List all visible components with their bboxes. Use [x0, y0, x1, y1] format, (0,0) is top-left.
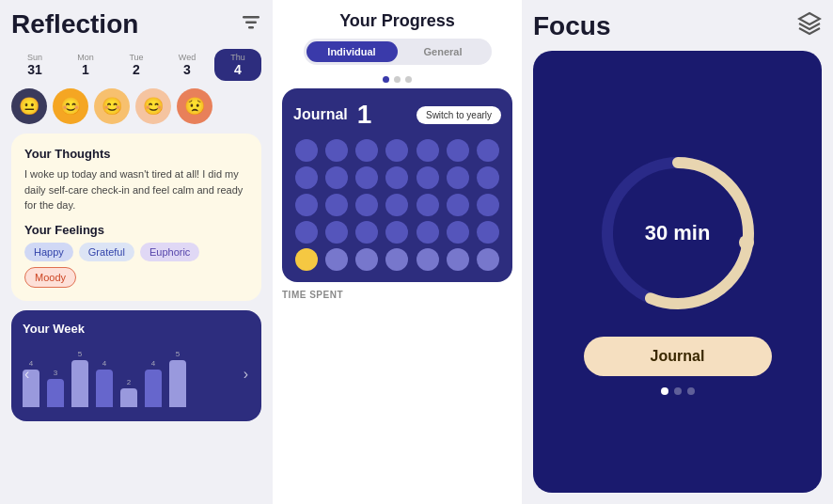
- thoughts-text: I woke up today and wasn't tired at all!…: [24, 166, 248, 213]
- cal-3-3: [385, 221, 408, 244]
- focus-dot-0: [661, 387, 668, 395]
- cal-2-4: [416, 194, 439, 216]
- day-wed-num: 3: [165, 62, 209, 77]
- day-mon-num: 1: [64, 62, 107, 77]
- toggle-row: Individual General: [304, 39, 492, 65]
- tag-euphoric[interactable]: Euphoric: [140, 243, 199, 261]
- svg-rect-1: [245, 21, 257, 24]
- focus-dot-1: [674, 387, 682, 395]
- left-panel: Reflection Sun 31 Mon 1 Tue 2 Wed 3: [0, 0, 273, 504]
- bar-rect-1: [47, 379, 64, 407]
- day-tue-num: 2: [115, 62, 158, 77]
- filter-icon[interactable]: [241, 14, 261, 36]
- journal-btn[interactable]: Journal: [584, 337, 772, 376]
- cal-3-4: [416, 221, 439, 244]
- cal-4-0: [295, 248, 318, 271]
- cal-4-6: [477, 248, 499, 271]
- day-mon[interactable]: Mon 1: [62, 49, 109, 81]
- focus-dot-2: [687, 387, 695, 395]
- toggle-general[interactable]: General: [398, 41, 489, 62]
- cal-1-1: [325, 166, 348, 189]
- cal-2-1: [325, 194, 348, 216]
- cal-2-3: [385, 194, 408, 216]
- bar-val-6: 5: [176, 350, 180, 358]
- cal-3-1: [325, 221, 348, 244]
- cal-0-2: [355, 139, 378, 162]
- calendar-grid: [293, 139, 501, 271]
- tag-happy[interactable]: Happy: [24, 243, 73, 261]
- tag-moody[interactable]: Moody: [24, 267, 76, 288]
- day-sun-num: 31: [13, 62, 56, 77]
- chart-prev-arrow[interactable]: ‹: [24, 366, 29, 383]
- thoughts-card: Your Thoughts I woke up today and wasn't…: [11, 134, 261, 301]
- chart-next-arrow[interactable]: ›: [244, 366, 248, 383]
- day-wed-label: Wed: [165, 53, 209, 62]
- switch-yearly-btn[interactable]: Switch to yearly: [416, 106, 501, 124]
- focus-card: 30 min Journal: [533, 51, 822, 493]
- day-thu[interactable]: Thu 4: [214, 49, 261, 81]
- cal-0-1: [325, 139, 348, 162]
- week-title: Your Week: [23, 322, 250, 336]
- cal-4-5: [447, 248, 469, 271]
- cal-2-5: [447, 194, 469, 216]
- journal-left: Journal 1: [293, 100, 371, 130]
- focus-title: Focus: [533, 11, 610, 41]
- dot-0: [383, 76, 389, 83]
- thoughts-title: Your Thoughts: [24, 147, 248, 161]
- days-row: Sun 31 Mon 1 Tue 2 Wed 3 Thu 4: [11, 49, 261, 81]
- time-spent-label: TIME SPENT: [273, 282, 522, 304]
- dot-1: [394, 76, 401, 83]
- journal-label: Journal: [293, 106, 348, 123]
- focus-dots: [661, 387, 695, 395]
- cal-3-2: [355, 221, 378, 244]
- day-thu-label: Thu: [216, 53, 259, 62]
- cal-3-0: [295, 221, 318, 244]
- chart-arrows: ‹ ›: [23, 366, 250, 383]
- layers-icon[interactable]: [797, 11, 822, 41]
- cal-2-0: [295, 194, 318, 216]
- cal-1-5: [447, 166, 469, 189]
- progress-title: Your Progress: [288, 11, 507, 31]
- day-thu-num: 4: [216, 62, 259, 77]
- cal-0-3: [385, 139, 408, 162]
- circle-container: 30 min: [593, 149, 762, 318]
- bar-rect-4: [120, 388, 137, 407]
- focus-header: Focus: [533, 11, 822, 41]
- journal-card: Journal 1 Switch to yearly: [282, 88, 512, 282]
- cal-2-6: [477, 194, 499, 216]
- day-wed[interactable]: Wed 3: [164, 49, 211, 81]
- left-header: Reflection: [11, 9, 261, 39]
- emoji-2: 😊: [94, 88, 130, 124]
- cal-4-1: [325, 248, 348, 271]
- cal-0-5: [447, 139, 469, 162]
- feelings-row: Happy Grateful Euphoric Moody: [24, 243, 248, 288]
- journal-header: Journal 1 Switch to yearly: [293, 100, 501, 130]
- day-tue[interactable]: Tue 2: [113, 49, 160, 81]
- day-tue-label: Tue: [115, 53, 158, 62]
- right-panel: Focus 30 min Journal: [522, 0, 833, 504]
- tag-grateful[interactable]: Grateful: [79, 243, 134, 261]
- cal-1-3: [385, 166, 408, 189]
- cal-3-6: [477, 221, 499, 244]
- cal-4-2: [355, 248, 378, 271]
- cal-1-0: [295, 166, 318, 189]
- cal-1-2: [355, 166, 378, 189]
- week-card: Your Week ‹ › 4 3 5 4: [11, 310, 261, 421]
- day-sun-label: Sun: [13, 53, 56, 62]
- cal-1-4: [416, 166, 439, 189]
- cal-1-6: [477, 166, 499, 189]
- middle-panel: Your Progress Individual General Journal…: [273, 0, 522, 504]
- app-title: Reflection: [11, 9, 138, 39]
- cal-2-2: [355, 194, 378, 216]
- progress-header: Your Progress Individual General: [273, 0, 522, 76]
- svg-rect-0: [243, 16, 259, 19]
- day-sun[interactable]: Sun 31: [11, 49, 58, 81]
- cal-4-4: [416, 248, 439, 271]
- svg-point-6: [739, 235, 754, 250]
- cal-0-6: [477, 139, 499, 162]
- bar-val-2: 5: [78, 350, 82, 358]
- day-mon-label: Mon: [64, 53, 107, 62]
- emoji-row: 😐 😊 😊 😊 😟: [11, 88, 261, 124]
- toggle-individual[interactable]: Individual: [306, 41, 398, 62]
- svg-rect-2: [248, 26, 254, 29]
